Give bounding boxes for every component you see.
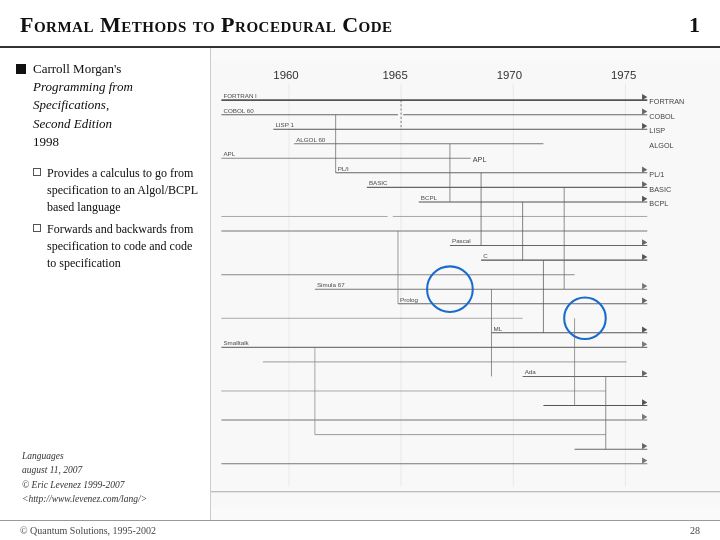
svg-text:Ada: Ada — [525, 368, 537, 375]
svg-text:C: C — [483, 252, 488, 259]
diagram-panel: 1960 1965 1970 1975 FORTRAN — [210, 48, 720, 520]
svg-text:FORTRAN: FORTRAN — [649, 97, 684, 106]
svg-text:1965: 1965 — [382, 69, 407, 81]
lang-line2: august 11, 2007 — [22, 463, 194, 477]
sub-bullet-icon-1 — [33, 168, 41, 176]
main-bullet-text: Carroll Morgan's Programming from Specif… — [33, 60, 200, 151]
lang-line4: <http://www.levenez.com/lang/> — [22, 492, 194, 506]
svg-text:Simula 67: Simula 67 — [317, 281, 345, 288]
svg-text:PL/1: PL/1 — [649, 170, 664, 179]
sub-bullet-1: Provides a calculus to go from specifica… — [33, 165, 200, 215]
svg-text:LISP 1: LISP 1 — [275, 121, 294, 128]
svg-text:APL: APL — [473, 155, 487, 164]
svg-text:BASIC: BASIC — [369, 179, 388, 186]
svg-text:1975: 1975 — [611, 69, 636, 81]
lang-line1: Languages — [22, 449, 194, 463]
main-bullet: Carroll Morgan's Programming from Specif… — [16, 60, 200, 151]
slide-title: Formal Methods to Procedural Code — [20, 12, 677, 38]
svg-text:BCPL: BCPL — [649, 199, 668, 208]
edition: Second Edition — [33, 116, 112, 131]
book-title: Programming from Specifications, — [33, 79, 133, 112]
author-name: Carroll Morgan's — [33, 61, 121, 76]
slide-header: Formal Methods to Procedural Code 1 — [0, 0, 720, 48]
svg-text:BCPL: BCPL — [421, 194, 438, 201]
svg-text:APL: APL — [223, 150, 235, 157]
svg-text:COBOL 60: COBOL 60 — [223, 107, 254, 114]
svg-text:Pascal: Pascal — [452, 237, 471, 244]
svg-text:PL/I: PL/I — [338, 165, 349, 172]
svg-text:ALGOL 60: ALGOL 60 — [296, 136, 326, 143]
slide: Formal Methods to Procedural Code 1 Carr… — [0, 0, 720, 540]
lang-line3: © Eric Levenez 1999-2007 — [22, 478, 194, 492]
sub-bullet-2: Forwards and backwards from specificatio… — [33, 221, 200, 271]
svg-text:Prolog: Prolog — [400, 296, 419, 303]
sub-bullet-icon-2 — [33, 224, 41, 232]
year: 1998 — [33, 134, 59, 149]
svg-text:ALGOL: ALGOL — [649, 141, 673, 150]
svg-text:LISP: LISP — [649, 126, 665, 135]
left-column: Carroll Morgan's Programming from Specif… — [0, 48, 210, 520]
slide-footer: © Quantum Solutions, 1995-2002 28 — [0, 520, 720, 540]
svg-text:Smalltalk: Smalltalk — [223, 339, 249, 346]
slide-content: Carroll Morgan's Programming from Specif… — [0, 48, 720, 520]
footer-copyright: © Quantum Solutions, 1995-2002 — [20, 525, 156, 536]
sub-bullet-text-1: Provides a calculus to go from specifica… — [47, 165, 200, 215]
svg-text:COBOL: COBOL — [649, 112, 674, 121]
svg-text:FORTRAN I: FORTRAN I — [223, 92, 257, 99]
timeline-diagram: 1960 1965 1970 1975 FORTRAN — [211, 48, 720, 520]
diagram-area: 1960 1965 1970 1975 FORTRAN — [211, 48, 720, 520]
sub-bullet-text-2: Forwards and backwards from specificatio… — [47, 221, 200, 271]
svg-text:1970: 1970 — [497, 69, 522, 81]
languages-attribution: Languages august 11, 2007 © Eric Levenez… — [16, 445, 200, 510]
footer-page-number: 28 — [690, 525, 700, 536]
slide-number: 1 — [689, 12, 700, 38]
svg-text:ML: ML — [494, 325, 503, 332]
sub-bullets-list: Provides a calculus to go from specifica… — [33, 165, 200, 278]
svg-text:BASIC: BASIC — [649, 185, 671, 194]
bullet-icon — [16, 64, 26, 74]
svg-text:1960: 1960 — [273, 69, 298, 81]
